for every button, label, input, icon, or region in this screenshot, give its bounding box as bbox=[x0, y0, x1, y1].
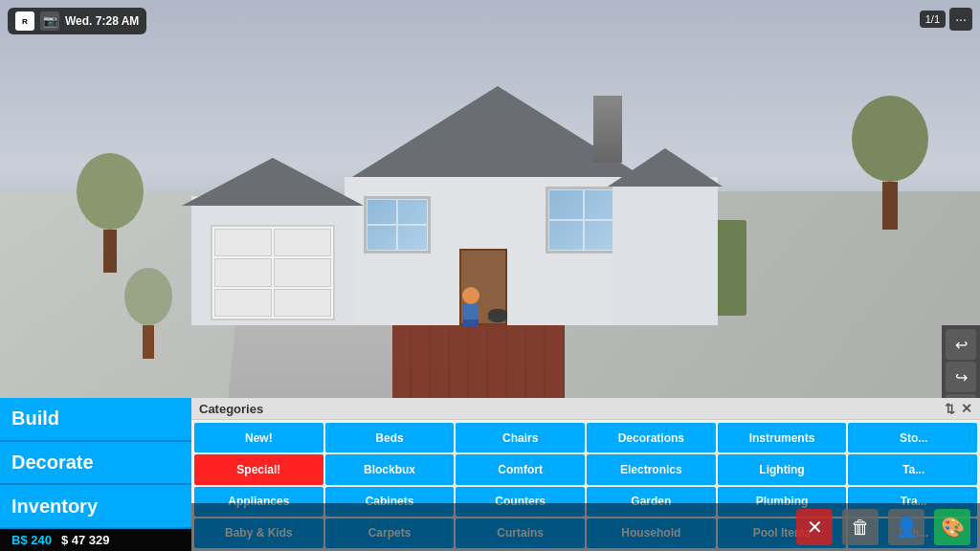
player-counter: 1/1 bbox=[920, 11, 946, 28]
cat-beds[interactable]: Beds bbox=[325, 423, 455, 452]
house-wall bbox=[345, 177, 651, 325]
cat-lighting[interactable]: Lighting bbox=[718, 454, 847, 484]
action-bar: ✕ 🗑 👤 🎨 bbox=[191, 503, 980, 551]
person-btn[interactable]: 👤 bbox=[888, 509, 924, 545]
roblox-logo: R bbox=[15, 11, 34, 31]
paint-btn[interactable]: 🎨 bbox=[934, 509, 970, 545]
cat-storage[interactable]: Sto... bbox=[848, 423, 977, 452]
wing-roof bbox=[608, 148, 723, 187]
tree-right bbox=[852, 96, 928, 230]
cat-chairs[interactable]: Chairs bbox=[456, 423, 585, 452]
cat-instruments[interactable]: Instruments bbox=[718, 423, 847, 452]
garage-body bbox=[191, 196, 354, 325]
categories-title: Categories bbox=[199, 402, 263, 416]
delete-btn[interactable]: ✕ bbox=[796, 509, 833, 545]
cash-balance: $ 47 329 bbox=[61, 533, 110, 547]
robux-balance: B$ 240 bbox=[11, 533, 52, 547]
cat-decorations[interactable]: Decorations bbox=[587, 423, 716, 452]
garage-roof bbox=[182, 158, 364, 206]
cat-blockbux[interactable]: Blockbux bbox=[325, 454, 455, 484]
more-options-btn[interactable]: ··· bbox=[949, 8, 972, 31]
header-controls: ⇅ ✕ bbox=[945, 401, 972, 416]
build-button[interactable]: Build bbox=[0, 398, 191, 442]
garage-door bbox=[211, 225, 335, 320]
pet bbox=[488, 309, 507, 322]
sort-icon[interactable]: ⇅ bbox=[945, 402, 955, 416]
inventory-button[interactable]: Inventory bbox=[0, 485, 191, 529]
cat-comfort[interactable]: Comfort bbox=[456, 454, 585, 484]
trash-btn[interactable]: 🗑 bbox=[842, 509, 879, 545]
categories-header: Categories ⇅ ✕ bbox=[191, 398, 980, 420]
left-sidebar: Build Decorate Inventory B$ 240 $ 47 329 bbox=[0, 398, 191, 551]
balance-bar: B$ 240 $ 47 329 bbox=[0, 529, 191, 551]
tree-left bbox=[77, 153, 144, 273]
hud-top-right: 1/1 ··· bbox=[920, 8, 972, 31]
cat-new[interactable]: New! bbox=[194, 423, 323, 452]
house bbox=[297, 86, 699, 325]
undo-btn[interactable]: ↩ bbox=[946, 329, 976, 360]
screenshot-icon[interactable]: 📷 bbox=[40, 11, 59, 31]
hud-top-left: R 📷 Wed. 7:28 AM bbox=[8, 8, 146, 34]
cat-electronics[interactable]: Electronics bbox=[587, 454, 716, 484]
window-right bbox=[546, 187, 622, 253]
window-left bbox=[364, 196, 431, 253]
decorate-button[interactable]: Decorate bbox=[0, 442, 191, 486]
close-categories-btn[interactable]: ✕ bbox=[961, 401, 972, 416]
player-character bbox=[459, 287, 482, 325]
house-right-wing bbox=[612, 177, 718, 325]
cat-special[interactable]: Special! bbox=[194, 454, 323, 484]
redo-btn[interactable]: ↪ bbox=[946, 362, 976, 392]
cat-tables[interactable]: Ta... bbox=[848, 454, 977, 484]
game-time: Wed. 7:28 AM bbox=[65, 14, 139, 28]
tree-mid-left bbox=[124, 268, 172, 359]
